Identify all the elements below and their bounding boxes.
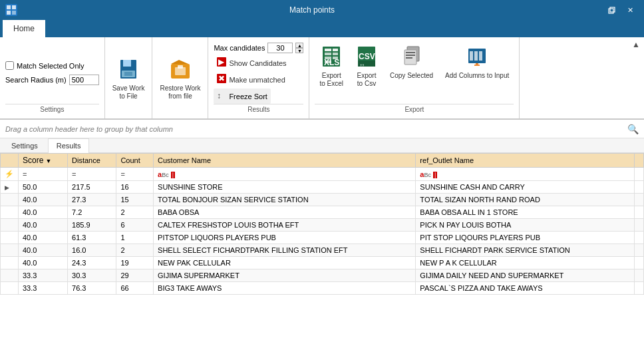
row-scroll-cell bbox=[635, 232, 644, 244]
outlet-filter[interactable]: aBc | bbox=[416, 168, 635, 181]
save-work-label: Save Workto File bbox=[112, 85, 145, 100]
svg-rect-35 bbox=[406, 52, 415, 53]
svg-rect-36 bbox=[406, 55, 415, 56]
svg-text:✖: ✖ bbox=[218, 74, 225, 83]
match-selected-label: Match Selected Only bbox=[17, 62, 84, 70]
table-row[interactable]: 33.3 30.3 29 GIJIMA SUPERMARKET GIJIMA D… bbox=[1, 269, 644, 282]
ribbon-collapse-button[interactable]: ▲ bbox=[628, 37, 644, 52]
scroll-filter-cell bbox=[635, 168, 644, 181]
distance-header[interactable]: Distance bbox=[68, 154, 116, 168]
row-arrow-cell: ▶ bbox=[1, 181, 19, 194]
count-cell: 19 bbox=[116, 257, 154, 269]
count-cell: 29 bbox=[116, 269, 154, 282]
export-csv-label: Exportto Csv bbox=[357, 72, 377, 88]
tab-results[interactable]: Results bbox=[48, 138, 90, 153]
svg-rect-39 bbox=[470, 51, 473, 61]
ref-outlet-header[interactable]: ref_Outlet Name bbox=[416, 154, 635, 168]
row-arrow-cell bbox=[1, 257, 19, 269]
copy-selected-label: Copy Selected bbox=[390, 72, 433, 80]
table-row[interactable]: ▶ 50.0 217.5 16 SUNSHINE STORE SUNSHINE … bbox=[1, 181, 644, 194]
ref-outlet-cell: TOTAL SIZAN NORTH RAND ROAD bbox=[416, 194, 635, 206]
customer-filter[interactable]: aBc | bbox=[154, 168, 416, 181]
candidates-down[interactable]: ▼ bbox=[295, 48, 303, 53]
svg-rect-10 bbox=[124, 72, 132, 76]
copy-selected-button[interactable]: Copy Selected bbox=[385, 43, 438, 83]
max-candidates-label: Max candidates bbox=[214, 44, 265, 52]
score-cell: 40.0 bbox=[19, 257, 68, 269]
save-work-button[interactable]: Save Workto File bbox=[108, 55, 150, 104]
table-row[interactable]: 40.0 16.0 2 SHELL SELECT FICHARDTPARK FI… bbox=[1, 244, 644, 257]
distance-cell: 24.3 bbox=[68, 257, 116, 269]
tab-settings[interactable]: Settings bbox=[3, 138, 47, 152]
distance-cell: 27.3 bbox=[68, 194, 116, 206]
match-selected-checkbox[interactable] bbox=[5, 61, 14, 70]
table-row[interactable]: 40.0 27.3 15 TOTAL BONJOUR SIZAN SERVICE… bbox=[1, 194, 644, 206]
close-button[interactable]: ✕ bbox=[621, 3, 639, 17]
row-scroll-cell bbox=[635, 282, 644, 295]
table-row[interactable]: 40.0 61.3 1 PITSTOP LIQUORS PLAYERS PUB … bbox=[1, 232, 644, 244]
ribbon-tab-bar: Home bbox=[0, 20, 644, 37]
row-arrow: ▶ bbox=[5, 184, 9, 191]
add-columns-label: Add Columns to Input bbox=[445, 72, 509, 80]
restore-work-button[interactable]: Restore Workfrom file bbox=[155, 55, 205, 104]
export-excel-label: Exportto Excel bbox=[319, 72, 343, 88]
table-row[interactable]: 40.0 24.3 19 NEW PAK CELLULAR NEW P A K … bbox=[1, 257, 644, 269]
count-cell: 15 bbox=[116, 194, 154, 206]
score-cell: 40.0 bbox=[19, 244, 68, 257]
table-row[interactable]: 33.3 76.3 66 BIG3 TAKE AWAYS PASCAL`S PI… bbox=[1, 282, 644, 295]
data-table: Score ▼ Distance Count Customer Name ref… bbox=[0, 153, 644, 295]
max-candidates-input[interactable] bbox=[267, 43, 293, 53]
score-cell: 40.0 bbox=[19, 194, 68, 206]
count-header[interactable]: Count bbox=[116, 154, 154, 168]
export-excel-button[interactable]: XLS Exportto Excel bbox=[315, 43, 348, 91]
export-csv-button[interactable]: CSV,, Exportto Csv bbox=[351, 43, 383, 91]
freeze-sort-label: Freeze Sort bbox=[229, 92, 267, 100]
add-columns-icon bbox=[467, 46, 487, 71]
customer-name-cell: SUNSHINE STORE bbox=[154, 181, 416, 194]
svg-rect-2 bbox=[12, 5, 16, 9]
row-scroll-cell bbox=[635, 257, 644, 269]
match-selected-row: Match Selected Only bbox=[5, 60, 99, 71]
svg-rect-43 bbox=[474, 65, 480, 66]
freeze-sort-button[interactable]: ↕ Freeze Sort bbox=[214, 88, 270, 104]
customer-name-cell: BIG3 TAKE AWAYS bbox=[154, 282, 416, 295]
ref-outlet-cell: PICK N PAY LOUIS BOTHA bbox=[416, 219, 635, 232]
restore-icon bbox=[170, 59, 191, 83]
count-cell: 1 bbox=[116, 232, 154, 244]
ref-outlet-cell: SUNSHINE CASH AND CARRY bbox=[416, 181, 635, 194]
table-container[interactable]: Score ▼ Distance Count Customer Name ref… bbox=[0, 153, 644, 344]
row-scroll-cell bbox=[635, 181, 644, 194]
table-row[interactable]: 40.0 7.2 2 BABA OBSA BABA OBSA ALL IN 1 … bbox=[1, 206, 644, 219]
show-candidates-button[interactable]: ▶ Show Candidates bbox=[214, 55, 303, 71]
customer-name-header[interactable]: Customer Name bbox=[154, 154, 416, 168]
search-radius-row: Search Radius (m) bbox=[5, 73, 99, 86]
sub-tab-bar: Settings Results bbox=[0, 138, 644, 153]
tab-home[interactable]: Home bbox=[3, 20, 45, 37]
settings-group: Match Selected Only Search Radius (m) Se… bbox=[0, 37, 105, 118]
score-cell: 33.3 bbox=[19, 282, 68, 295]
copy-selected-icon bbox=[402, 46, 422, 71]
count-cell: 66 bbox=[116, 282, 154, 295]
row-arrow-cell bbox=[1, 194, 19, 206]
outlet-filter-sym2: Bc bbox=[424, 172, 431, 178]
candidates-up[interactable]: ▲ bbox=[295, 43, 303, 48]
title-bar: Match points ✕ bbox=[0, 0, 644, 20]
svg-rect-22 bbox=[325, 53, 331, 55]
score-cell: 40.0 bbox=[19, 206, 68, 219]
count-cell: 2 bbox=[116, 206, 154, 219]
add-columns-button[interactable]: Add Columns to Input bbox=[440, 43, 514, 83]
svg-text:↕: ↕ bbox=[217, 91, 221, 100]
count-cell: 6 bbox=[116, 219, 154, 232]
svg-rect-40 bbox=[474, 51, 478, 61]
restore-button[interactable] bbox=[603, 3, 620, 17]
table-row[interactable]: 40.0 185.9 6 CALTEX FRESHSTOP LOUIS BOTH… bbox=[1, 219, 644, 232]
distance-cell: 185.9 bbox=[68, 219, 116, 232]
table-body: ▶ 50.0 217.5 16 SUNSHINE STORE SUNSHINE … bbox=[1, 181, 644, 295]
svg-rect-14 bbox=[178, 65, 183, 69]
search-button[interactable]: 🔍 bbox=[627, 124, 639, 134]
row-arrow-cell bbox=[1, 206, 19, 219]
svg-rect-4 bbox=[12, 11, 16, 15]
search-radius-input[interactable] bbox=[69, 75, 99, 85]
make-unmatched-button[interactable]: ✖ Make unmatched bbox=[214, 72, 303, 87]
score-header[interactable]: Score ▼ bbox=[19, 154, 68, 168]
